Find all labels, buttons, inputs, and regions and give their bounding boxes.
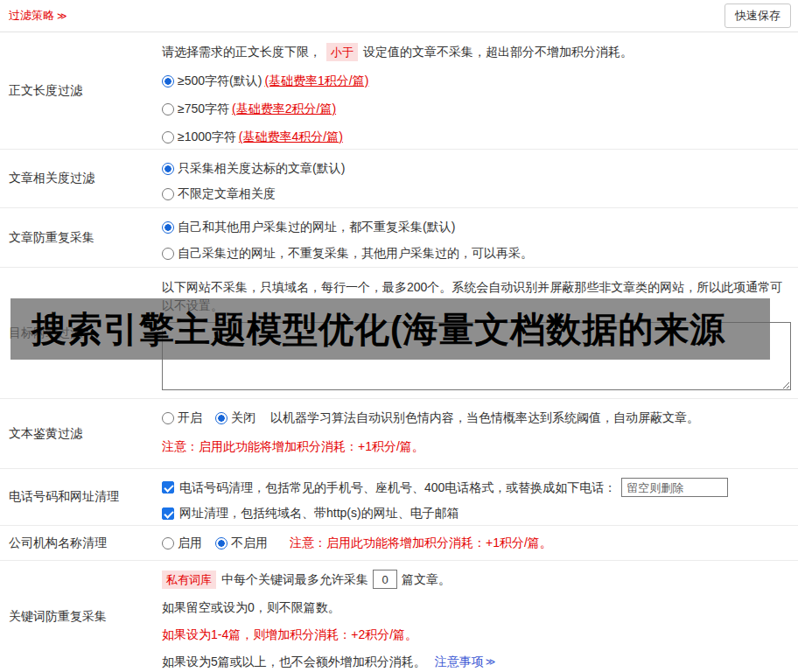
option-text: ≥750字符 [178, 101, 229, 117]
radio-option-750-chars[interactable]: ≥750字符 (基础费率2积分/篇) [162, 101, 791, 117]
row-porn-filter: 文本鉴黄过滤 开启 关闭 以机器学习算法自动识别色情内容，当色情概率达到系统阈值… [0, 399, 798, 469]
row-label-keyword-dedupe: 关键词防重复采集 [0, 561, 153, 672]
checkbox-icon[interactable] [162, 508, 174, 520]
row-dedupe: 文章防重复采集 自己和其他用户采集过的网址，都不重复采集(默认) 自己采集过的网… [0, 208, 798, 268]
radio-option-porn-on[interactable]: 开启 [162, 410, 202, 426]
checkbox-icon[interactable] [162, 481, 174, 494]
option-text: 电话号码清理，包括常见的手机号、座机号、400电话格式，或替换成如下电话： [179, 480, 616, 496]
row-content-phone-url-cleanup: 电话号码清理，包括常见的手机号、座机号、400电话格式，或替换成如下电话： 网址… [153, 469, 798, 525]
radio-option-relevance-any[interactable]: 不限定文章相关度 [162, 186, 791, 202]
section-title-text: 过滤策略 [9, 8, 54, 24]
radio-option-500-chars[interactable]: ≥500字符(默认) (基础费率1积分/篇) [162, 73, 791, 89]
watermark-overlay: 搜索引擎主题模型优化(海量文档数据的来源 [10, 298, 770, 360]
private-thesaurus-tag: 私有词库 [162, 570, 216, 589]
row-content-body-length: 请选择需求的正文长度下限， 小于 设定值的文章不采集，超出部分不增加积分消耗。 … [153, 32, 798, 149]
option-text: 自己和其他用户采集过的网址，都不重复采集(默认) [178, 219, 455, 235]
keyword-rule-1-4: 如果设为1-4篇，则增加积分消耗：+2积分/篇。 [162, 626, 791, 643]
keyword-rule-5plus-text: 如果设为5篇或以上，也不会额外增加积分消耗。 [162, 654, 426, 670]
option-text: 网址清理，包括纯域名、带http(s)的网址、电子邮箱 [179, 505, 459, 522]
radio-icon[interactable] [162, 163, 174, 175]
radio-icon[interactable] [162, 103, 174, 116]
notes-link[interactable]: 注意事项 ≫ [435, 654, 496, 670]
quick-save-button[interactable]: 快速保存 [724, 4, 791, 28]
radio-icon[interactable] [215, 537, 228, 550]
radio-icon[interactable] [162, 188, 174, 200]
row-content-relevance: 只采集相关度达标的文章(默认) 不限定文章相关度 [153, 150, 798, 207]
radio-option-relevance-strict[interactable]: 只采集相关度达标的文章(默认) [162, 160, 791, 177]
row-content-dedupe: 自己和其他用户采集过的网址，都不重复采集(默认) 自己采集过的网址，不重复采集，… [153, 208, 798, 267]
radio-option-1000-chars[interactable]: ≥1000字符 (基础费率4积分/篇) [162, 129, 791, 145]
notes-link-text: 注意事项 [435, 654, 484, 670]
keyword-limit-line: 私有词库 中每个关键词最多允许采集 篇文章。 [162, 570, 791, 589]
porn-filter-options: 开启 关闭 以机器学习算法自动识别色情内容，当色情概率达到系统阈值，自动屏蔽文章… [162, 410, 791, 426]
row-content-porn-filter: 开启 关闭 以机器学习算法自动识别色情内容，当色情概率达到系统阈值，自动屏蔽文章… [153, 399, 798, 468]
less-than-tag: 小于 [326, 43, 358, 61]
row-label-phone-url-cleanup: 电话号码和网址清理 [0, 469, 153, 525]
row-company-cleanup: 公司机构名称清理 启用 不启用 注意：启用此功能将增加积分消耗：+1积分/篇。 [0, 526, 798, 561]
row-phone-url-cleanup: 电话号码和网址清理 电话号码清理，包括常见的手机号、座机号、400电话格式，或替… [0, 469, 798, 526]
radio-icon[interactable] [162, 221, 174, 234]
body-length-intro: 请选择需求的正文长度下限， 小于 设定值的文章不采集，超出部分不增加积分消耗。 [162, 43, 791, 61]
radio-icon[interactable] [162, 131, 174, 144]
radio-icon[interactable] [162, 537, 174, 550]
row-label-body-length: 正文长度过滤 [0, 32, 153, 149]
option-fee-text: (基础费率2积分/篇) [232, 101, 336, 117]
radio-option-dedupe-all-users[interactable]: 自己和其他用户采集过的网址，都不重复采集(默认) [162, 219, 791, 235]
row-label-porn-filter: 文本鉴黄过滤 [0, 399, 153, 468]
porn-filter-description: 以机器学习算法自动识别色情内容，当色情概率达到系统阈值，自动屏蔽文章。 [270, 410, 699, 426]
radio-icon[interactable] [215, 412, 228, 424]
row-body-length: 正文长度过滤 请选择需求的正文长度下限， 小于 设定值的文章不采集，超出部分不增… [0, 32, 798, 150]
option-text: 启用 [178, 535, 202, 551]
porn-filter-note: 注意：启用此功能将增加积分消耗：+1积分/篇。 [162, 438, 791, 455]
row-keyword-dedupe: 关键词防重复采集 私有词库 中每个关键词最多允许采集 篇文章。 如果留空或设为0… [0, 561, 798, 672]
radio-icon[interactable] [162, 75, 174, 88]
company-cleanup-options: 启用 不启用 注意：启用此功能将增加积分消耗：+1积分/篇。 [162, 535, 552, 551]
keyword-limit-text: 中每个关键词最多允许采集 [221, 571, 368, 588]
row-content-company-cleanup: 启用 不启用 注意：启用此功能将增加积分消耗：+1积分/篇。 [153, 526, 798, 560]
row-label-dedupe: 文章防重复采集 [0, 208, 153, 267]
keyword-limit-input[interactable] [373, 570, 397, 589]
option-text: 不启用 [231, 535, 268, 551]
chevron-down-icon: ≫ [486, 654, 496, 670]
company-cleanup-note: 注意：启用此功能将增加积分消耗：+1积分/篇。 [290, 535, 552, 551]
radio-option-company-off[interactable]: 不启用 [215, 535, 268, 551]
intro-text-pre: 请选择需求的正文长度下限， [162, 44, 321, 60]
chevron-down-icon: ≫ [57, 10, 67, 22]
row-content-keyword-dedupe: 私有词库 中每个关键词最多允许采集 篇文章。 如果留空或设为0，则不限篇数。 如… [153, 561, 798, 672]
filter-strategy-page: 过滤策略 ≫ 快速保存 正文长度过滤 请选择需求的正文长度下限， 小于 设定值的… [0, 0, 798, 672]
checkbox-option-url-cleanup[interactable]: 网址清理，包括纯域名、带http(s)的网址、电子邮箱 [162, 505, 791, 522]
radio-option-company-on[interactable]: 启用 [162, 535, 202, 551]
replacement-phone-input[interactable] [621, 478, 728, 497]
topbar: 过滤策略 ≫ 快速保存 [0, 0, 798, 32]
option-text: 关闭 [231, 410, 256, 426]
section-title[interactable]: 过滤策略 ≫ [9, 8, 67, 24]
option-text: 不限定文章相关度 [178, 186, 276, 202]
row-label-relevance: 文章相关度过滤 [0, 150, 153, 207]
option-text: 只采集相关度达标的文章(默认) [178, 160, 345, 177]
option-fee-text: (基础费率1积分/篇) [264, 73, 368, 89]
row-label-company-cleanup: 公司机构名称清理 [0, 526, 153, 560]
option-text: 开启 [178, 410, 202, 426]
option-text: ≥1000字符 [178, 129, 236, 145]
radio-icon[interactable] [162, 412, 174, 424]
row-relevance: 文章相关度过滤 只采集相关度达标的文章(默认) 不限定文章相关度 [0, 150, 798, 208]
watermark-text: 搜索引擎主题模型优化(海量文档数据的来源 [32, 305, 725, 354]
radio-option-dedupe-self-only[interactable]: 自己采集过的网址，不重复采集，其他用户采集过的，可以再采。 [162, 245, 791, 262]
keyword-rule-zero: 如果留空或设为0，则不限篇数。 [162, 599, 791, 616]
intro-text-post: 设定值的文章不采集，超出部分不增加积分消耗。 [363, 44, 633, 60]
option-text: 自己采集过的网址，不重复采集，其他用户采集过的，可以再采。 [178, 245, 533, 262]
radio-icon[interactable] [162, 248, 174, 260]
keyword-limit-suffix: 篇文章。 [402, 571, 451, 588]
keyword-rule-5plus: 如果设为5篇或以上，也不会额外增加积分消耗。 注意事项 ≫ [162, 654, 791, 670]
option-fee-text: (基础费率4积分/篇) [239, 129, 343, 145]
option-text: ≥500字符(默认) [178, 73, 262, 89]
radio-option-porn-off[interactable]: 关闭 [215, 410, 256, 426]
checkbox-option-phone-cleanup[interactable]: 电话号码清理，包括常见的手机号、座机号、400电话格式，或替换成如下电话： [162, 478, 791, 497]
